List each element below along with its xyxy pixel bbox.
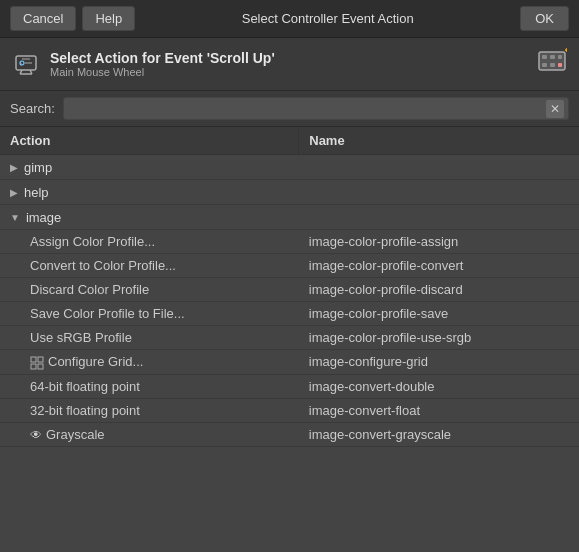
item-label: Configure Grid... (30, 354, 143, 369)
item-label: 32-bit floating point (30, 403, 140, 418)
help-button[interactable]: Help (82, 6, 135, 31)
titlebar-left-buttons: Cancel Help (10, 6, 135, 31)
svg-rect-6 (558, 55, 562, 59)
titlebar: Cancel Help Select Controller Event Acti… (0, 0, 579, 38)
row-name: image-color-profile-discard (299, 278, 579, 302)
row-name: image-convert-float (299, 398, 579, 422)
row-action: 👁Grayscale (0, 422, 299, 447)
category-expander[interactable]: ▼ image (10, 210, 61, 225)
header-text: Select Action for Event 'Scroll Up' Main… (50, 50, 275, 78)
ok-button[interactable]: OK (520, 6, 569, 31)
row-name: image-convert-grayscale (299, 422, 579, 447)
item-label: 👁Grayscale (30, 427, 105, 442)
action-table: Action Name ▶ gimp ▶ help ▼ image Assign… (0, 127, 579, 447)
clear-search-button[interactable]: ✕ (546, 100, 564, 118)
row-action: Convert to Color Profile... (0, 254, 299, 278)
category-expander[interactable]: ▶ help (10, 185, 49, 200)
table-row[interactable]: Discard Color Profileimage-color-profile… (0, 278, 579, 302)
table-row[interactable]: ▼ image (0, 205, 579, 230)
table-row[interactable]: 👁Grayscaleimage-convert-grayscale (0, 422, 579, 447)
category-label: help (24, 185, 49, 200)
row-name: image-configure-grid (299, 350, 579, 375)
table-row[interactable]: 32-bit floating pointimage-convert-float (0, 398, 579, 422)
svg-rect-13 (38, 364, 43, 369)
row-action: Configure Grid... (0, 350, 299, 375)
svg-rect-3 (539, 52, 565, 70)
row-name: image-convert-double (299, 374, 579, 398)
col-action: Action (0, 127, 299, 155)
row-name: image-color-profile-save (299, 302, 579, 326)
svg-rect-12 (31, 364, 36, 369)
item-label: 64-bit floating point (30, 379, 140, 394)
search-label: Search: (10, 101, 55, 116)
shortcuts-icon (537, 46, 567, 82)
item-label: Assign Color Profile... (30, 234, 155, 249)
eye-icon: 👁 (30, 428, 42, 442)
row-name: image-color-profile-convert (299, 254, 579, 278)
row-action: 32-bit floating point (0, 398, 299, 422)
header-icon: ↑ (12, 50, 40, 78)
col-name: Name (299, 127, 579, 155)
expand-arrow: ▶ (10, 162, 18, 173)
row-action: ▼ image (0, 205, 299, 230)
svg-rect-4 (542, 55, 547, 59)
row-action: ▶ gimp (0, 155, 299, 180)
svg-rect-10 (31, 357, 36, 362)
action-table-container: Action Name ▶ gimp ▶ help ▼ image Assign… (0, 127, 579, 552)
search-input[interactable] (63, 97, 569, 120)
item-label: Use sRGB Profile (30, 330, 132, 345)
table-row[interactable]: ▶ help (0, 180, 579, 205)
table-row[interactable]: Configure Grid...image-configure-grid (0, 350, 579, 375)
item-label: Discard Color Profile (30, 282, 149, 297)
cancel-button[interactable]: Cancel (10, 6, 76, 31)
category-expander[interactable]: ▶ gimp (10, 160, 52, 175)
svg-rect-7 (542, 63, 547, 67)
svg-text:↑: ↑ (20, 61, 23, 67)
dialog-header: ↑ Select Action for Event 'Scroll Up' Ma… (0, 38, 579, 91)
table-row[interactable]: Save Color Profile to File...image-color… (0, 302, 579, 326)
header-title: Select Action for Event 'Scroll Up' (50, 50, 275, 66)
row-name (299, 205, 579, 230)
row-action: Discard Color Profile (0, 278, 299, 302)
row-action: Use sRGB Profile (0, 326, 299, 350)
expand-arrow: ▼ (10, 212, 20, 223)
table-header-row: Action Name (0, 127, 579, 155)
search-bar: Search: ✕ (0, 91, 579, 127)
search-input-wrap: ✕ (63, 97, 569, 120)
table-row[interactable]: ▶ gimp (0, 155, 579, 180)
row-name: image-color-profile-assign (299, 230, 579, 254)
svg-rect-5 (550, 55, 555, 59)
table-row[interactable]: Assign Color Profile...image-color-profi… (0, 230, 579, 254)
category-label: image (26, 210, 61, 225)
svg-rect-8 (550, 63, 555, 67)
svg-rect-9 (558, 63, 562, 67)
row-name (299, 180, 579, 205)
svg-rect-11 (38, 357, 43, 362)
dialog-title: Select Controller Event Action (242, 11, 414, 26)
header-left: ↑ Select Action for Event 'Scroll Up' Ma… (12, 50, 275, 78)
row-name (299, 155, 579, 180)
row-action: ▶ help (0, 180, 299, 205)
row-action: Assign Color Profile... (0, 230, 299, 254)
table-row[interactable]: Use sRGB Profileimage-color-profile-use-… (0, 326, 579, 350)
row-action: Save Color Profile to File... (0, 302, 299, 326)
item-label: Convert to Color Profile... (30, 258, 176, 273)
row-name: image-color-profile-use-srgb (299, 326, 579, 350)
table-row[interactable]: 64-bit floating pointimage-convert-doubl… (0, 374, 579, 398)
grid-icon (30, 356, 44, 370)
table-row[interactable]: Convert to Color Profile...image-color-p… (0, 254, 579, 278)
row-action: 64-bit floating point (0, 374, 299, 398)
header-subtitle: Main Mouse Wheel (50, 66, 275, 78)
expand-arrow: ▶ (10, 187, 18, 198)
item-label: Save Color Profile to File... (30, 306, 185, 321)
category-label: gimp (24, 160, 52, 175)
